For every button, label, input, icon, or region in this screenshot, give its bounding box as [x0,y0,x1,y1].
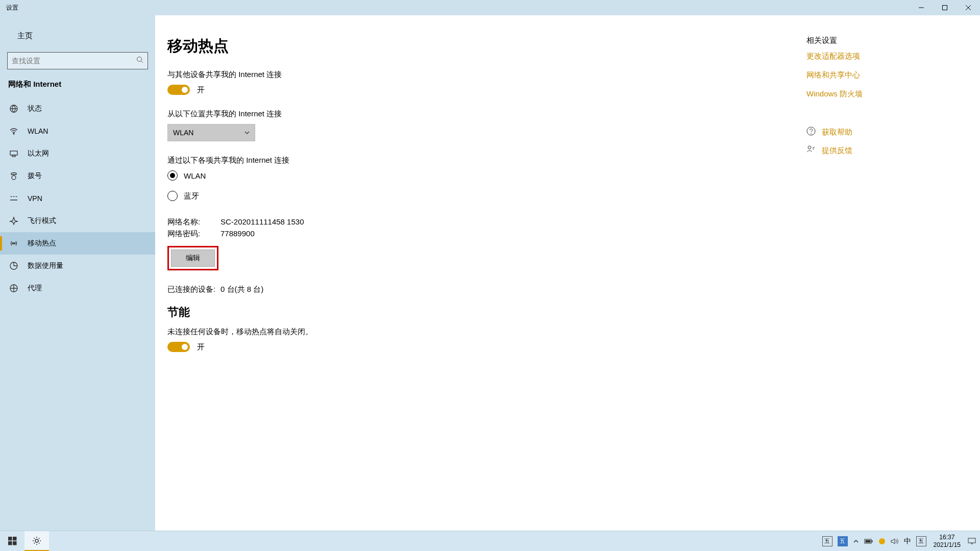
main-content: 移动热点 与其他设备共享我的 Internet 连接 开 从以下位置共享我的 I… [155,15,806,531]
system-tray: 五 五 中 五 16:37 2021/1/15 [820,531,980,551]
vpn-icon [9,194,18,203]
start-button[interactable] [0,531,24,551]
link-get-help[interactable]: 获取帮助 [822,128,852,137]
tray-overflow-icon[interactable] [851,531,861,551]
svg-point-16 [808,146,811,149]
minimize-button[interactable] [910,0,933,15]
link-adapter-options[interactable]: 更改适配器选项 [806,52,970,61]
svg-point-10 [12,176,16,180]
airplane-icon [9,216,18,226]
edit-button[interactable]: 编辑 [171,249,215,267]
svg-rect-24 [865,540,870,542]
power-toggle-state: 开 [197,342,205,352]
sidebar-section-label: 网络和 Internet [0,69,155,93]
proxy-icon [9,284,18,293]
sidebar-item-dialup[interactable]: 拨号 [0,165,155,187]
sidebar-item-wlan[interactable]: WLAN [0,120,155,142]
sidebar-item-label: 拨号 [28,171,42,181]
svg-point-15 [811,133,812,134]
edit-button-highlight: 编辑 [167,246,218,270]
search-icon [136,56,143,65]
radio-wlan-label: WLAN [184,171,206,180]
svg-rect-26 [968,538,975,543]
svg-rect-18 [13,537,17,541]
page-title: 移动热点 [167,36,806,57]
tray-volume-icon[interactable] [889,531,901,551]
svg-line-5 [141,61,143,63]
hotspot-icon [9,239,18,248]
ethernet-icon [9,149,18,158]
sidebar-item-status[interactable]: 状态 [0,97,155,120]
from-dropdown[interactable]: WLAN [167,124,255,141]
svg-point-7 [13,133,14,134]
svg-rect-9 [12,155,15,157]
sidebar-item-label: 状态 [28,104,42,113]
wifi-icon [9,127,18,136]
sidebar-item-ethernet[interactable]: 以太网 [0,142,155,165]
taskbar-app-settings[interactable] [24,531,49,551]
feedback-icon [806,145,816,156]
connected-devices-key: 已连接的设备: [167,285,220,294]
sidebar-item-label: VPN [28,194,42,203]
svg-rect-8 [10,151,17,155]
globe-icon [9,104,18,113]
radio-wlan-input[interactable] [167,170,178,181]
network-name-key: 网络名称: [167,217,220,227]
from-label: 从以下位置共享我的 Internet 连接 [167,109,806,119]
window-titlebar: 设置 [0,0,980,15]
tray-action-center-icon[interactable] [966,531,978,551]
radio-wlan[interactable]: WLAN [167,170,806,181]
share-toggle-state: 开 [197,85,205,95]
tray-clock[interactable]: 16:37 2021/1/15 [929,534,965,548]
sidebar-item-vpn[interactable]: VPN [0,187,155,210]
sidebar-item-label: WLAN [28,127,48,135]
network-password-key: 网络密码: [167,229,220,239]
search-input-wrap[interactable] [7,52,148,69]
share-toggle[interactable] [167,85,190,95]
power-toggle[interactable] [167,342,190,352]
help-icon [806,127,816,138]
svg-point-4 [137,57,142,62]
tray-ime-indicator[interactable]: 五 [820,531,835,551]
power-saving-text: 未连接任何设备时，移动热点将自动关闭。 [167,327,806,337]
via-label: 通过以下各项共享我的 Internet 连接 [167,156,806,165]
radio-bluetooth[interactable]: 蓝牙 [167,191,806,201]
tray-language[interactable]: 中 [902,531,913,551]
connected-devices-value: 0 台(共 8 台) [220,285,263,294]
tray-battery-icon[interactable] [862,531,875,551]
gear-icon [32,536,42,546]
window-title: 设置 [0,4,910,12]
sidebar-item-hotspot[interactable]: 移动热点 [0,232,155,255]
link-sharing-center[interactable]: 网络和共享中心 [806,70,970,80]
sidebar-item-label: 以太网 [28,149,49,158]
svg-point-25 [879,538,885,544]
sidebar-item-label: 代理 [28,284,42,293]
svg-rect-20 [13,541,17,545]
sidebar-item-data-usage[interactable]: 数据使用量 [0,255,155,277]
link-firewall[interactable]: Windows 防火墙 [806,89,970,99]
tray-app-icon[interactable] [876,531,888,551]
share-label: 与其他设备共享我的 Internet 连接 [167,70,806,80]
sidebar-item-proxy[interactable]: 代理 [0,277,155,299]
svg-rect-19 [8,541,12,545]
tray-time: 16:37 [934,534,961,541]
radio-bluetooth-input[interactable] [167,191,178,201]
sidebar-home-label: 主页 [17,31,33,41]
maximize-button[interactable] [933,0,957,15]
link-feedback[interactable]: 提供反馈 [822,146,852,156]
tray-ime-mode[interactable]: 五 [914,531,928,551]
network-name-value: SC-202011111458 1530 [220,217,304,227]
chevron-down-icon [244,130,250,135]
dialup-icon [9,171,18,181]
close-button[interactable] [957,0,980,15]
tray-date: 2021/1/15 [934,541,961,548]
power-saving-title: 节能 [167,305,806,320]
sidebar: 主页 网络和 Internet 状态 WLAN [0,15,155,531]
sidebar-item-label: 移动热点 [28,239,56,248]
sidebar-item-airplane[interactable]: 飞行模式 [0,210,155,232]
sidebar-home[interactable]: 主页 [0,26,155,46]
from-dropdown-value: WLAN [173,129,193,137]
tray-ime-active[interactable]: 五 [836,531,850,551]
related-title: 相关设置 [806,36,970,45]
search-input[interactable] [12,57,136,65]
